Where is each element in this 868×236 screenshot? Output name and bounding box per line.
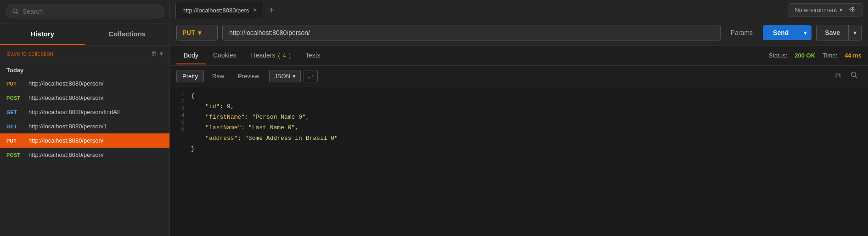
method-selector[interactable]: PUT ▾	[176, 25, 218, 40]
line-numbers: 1 2 3 4 5 6	[176, 91, 185, 231]
response-area: Body Cookies Headers ( 4 ) Tests Status:…	[170, 46, 868, 236]
code-line: "firstName": "Person Name 0",	[191, 112, 862, 122]
list-item[interactable]: POST http://localhost:8080/person/	[0, 91, 169, 105]
item-url: http://localhost:8080/person/	[28, 137, 103, 144]
save-button[interactable]: Save	[816, 25, 848, 40]
trash-icon[interactable]: 🗑	[151, 50, 157, 57]
format-selector[interactable]: JSON ▾	[269, 70, 301, 82]
code-line: {	[191, 91, 862, 101]
format-bar: Pretty Raw Preview JSON ▾ ⇌ ⧉	[170, 66, 868, 86]
copy-button[interactable]: ⧉	[832, 69, 844, 82]
sidebar: History Collections Save to collection 🗑…	[0, 0, 170, 236]
add-tab-button[interactable]: +	[266, 6, 277, 15]
request-tab[interactable]: http://localhost:8080/pers ✕	[175, 2, 264, 18]
save-to-collection-link[interactable]: Save to collection	[6, 50, 53, 57]
url-input[interactable]	[222, 25, 721, 40]
env-label: No environment	[795, 6, 837, 13]
search-input[interactable]	[23, 8, 157, 15]
code-line: "id": 9,	[191, 102, 862, 112]
time-value: 44 ms	[845, 52, 862, 59]
status-label: Status:	[769, 52, 787, 59]
list-item[interactable]: POST http://localhost:8080/person/	[0, 148, 169, 162]
svg-line-3	[856, 76, 857, 78]
preview-button[interactable]: Preview	[232, 70, 265, 82]
tab-close-icon[interactable]: ✕	[253, 7, 257, 13]
method-badge: GET	[6, 124, 24, 129]
chevron-down-icon[interactable]: ▾	[160, 50, 163, 57]
status-value: 200 OK	[795, 52, 815, 59]
tab-history[interactable]: History	[0, 23, 85, 45]
code-area: 1 2 3 4 5 6 { "id": 9, "firstName": "Per…	[170, 86, 868, 236]
item-url: http://localhost:8080/person/	[28, 151, 103, 158]
search-in-response-button[interactable]	[847, 69, 862, 82]
raw-button[interactable]: Raw	[207, 70, 230, 82]
headers-count: (	[278, 52, 280, 59]
list-item[interactable]: GET http://localhost:8080/person/1	[0, 119, 169, 133]
tab-cookies[interactable]: Cookies	[206, 47, 244, 64]
item-url: http://localhost:8080/person/1	[28, 123, 107, 130]
format-chevron-icon: ▾	[293, 73, 296, 80]
save-dropdown-button[interactable]: ▾	[848, 25, 862, 40]
sidebar-tabs: History Collections	[0, 23, 169, 46]
tab-label: http://localhost:8080/pers	[182, 7, 249, 14]
method-badge: POST	[6, 95, 24, 101]
response-tabs: Body Cookies Headers ( 4 ) Tests Status:…	[170, 46, 868, 66]
tab-headers[interactable]: Headers ( 4 )	[244, 47, 299, 64]
time-label: Time:	[823, 52, 837, 59]
main-panel: http://localhost:8080/pers ✕ + No enviro…	[170, 0, 868, 236]
send-dropdown-button[interactable]: ▾	[799, 25, 812, 40]
search-wrapper	[6, 5, 164, 18]
tab-collections[interactable]: Collections	[85, 23, 170, 45]
save-collection-row: Save to collection 🗑 ▾	[0, 46, 169, 62]
params-button[interactable]: Params	[725, 25, 758, 40]
url-bar: PUT ▾ Params Send ▾ Save ▾	[170, 20, 868, 46]
search-bar	[0, 0, 169, 23]
list-item[interactable]: PUT http://localhost:8080/person/	[0, 76, 169, 91]
eye-icon[interactable]: 👁	[849, 6, 857, 14]
list-item[interactable]: GET http://localhost:8080/person/findAll	[0, 105, 169, 119]
chevron-down-icon: ▾	[840, 6, 843, 13]
tab-bar: http://localhost:8080/pers ✕ + No enviro…	[170, 0, 868, 20]
code-content: { "id": 9, "firstName": "Person Name 0",…	[191, 91, 862, 231]
section-today: Today	[0, 62, 169, 76]
item-url: http://localhost:8080/person/	[28, 94, 103, 101]
svg-point-0	[13, 9, 17, 13]
environment-selector[interactable]: No environment ▾ 👁	[789, 3, 862, 17]
code-line: "address": "Some Address in Brasil 0"	[191, 133, 862, 144]
format-actions-right: ⧉	[832, 69, 862, 82]
format-label: JSON	[274, 73, 290, 80]
tab-tests[interactable]: Tests	[298, 47, 328, 64]
pretty-button[interactable]: Pretty	[176, 70, 204, 82]
method-badge: PUT	[6, 81, 24, 86]
list-item-active[interactable]: PUT http://localhost:8080/person/	[0, 133, 169, 148]
code-line: "lastName": "Last Name 0",	[191, 123, 862, 133]
search-icon	[12, 8, 19, 15]
item-url: http://localhost:8080/person/findAll	[28, 109, 120, 115]
item-url: http://localhost:8080/person/	[28, 80, 103, 87]
method-badge: GET	[6, 109, 24, 115]
method-badge: POST	[6, 152, 24, 158]
wrap-button[interactable]: ⇌	[304, 70, 318, 82]
send-button-group: Send ▾	[763, 25, 812, 40]
status-info: Status: 200 OK Time: 44 ms	[769, 52, 862, 59]
method-badge: PUT	[6, 138, 24, 144]
send-button[interactable]: Send	[763, 25, 799, 40]
method-chevron-icon: ▾	[198, 29, 201, 36]
save-button-group: Save ▾	[816, 25, 862, 40]
history-list: PUT http://localhost:8080/person/ POST h…	[0, 76, 169, 162]
save-collection-actions: 🗑 ▾	[151, 50, 163, 57]
svg-line-1	[17, 12, 18, 14]
code-line: }	[191, 144, 862, 154]
tab-body[interactable]: Body	[176, 47, 206, 64]
svg-point-2	[851, 72, 856, 77]
method-label: PUT	[182, 29, 195, 36]
